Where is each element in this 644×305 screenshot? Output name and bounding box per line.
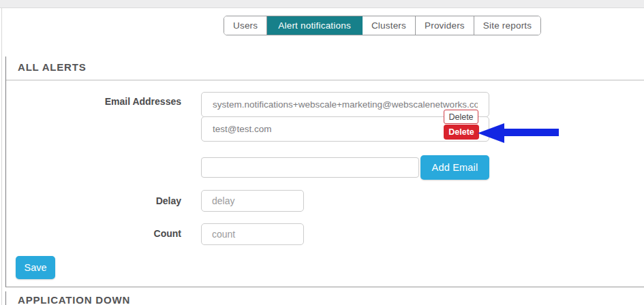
- application-down-panel: APPLICATION DOWN: [5, 291, 644, 305]
- settings-tab-bar: Users Alert notifications Clusters Provi…: [224, 16, 541, 35]
- delete-email-button-row2[interactable]: Delete: [444, 125, 479, 140]
- new-email-input[interactable]: [201, 157, 419, 178]
- tab-clusters[interactable]: Clusters: [363, 16, 416, 35]
- count-label: Count: [0, 228, 181, 239]
- add-email-button[interactable]: Add Email: [420, 155, 489, 180]
- save-button[interactable]: Save: [16, 256, 55, 279]
- delay-input[interactable]: [201, 190, 304, 212]
- delete-email-button-row1[interactable]: Delete: [444, 110, 478, 124]
- panel-title-application-down: APPLICATION DOWN: [18, 294, 130, 305]
- email-addresses-label: Email Addresses: [0, 96, 181, 107]
- tab-users[interactable]: Users: [224, 16, 267, 35]
- count-input[interactable]: [201, 223, 304, 245]
- panel-title-all-alerts: ALL ALERTS: [18, 61, 87, 73]
- alert-notifications-page: { "header_tabs": { "items": [ {"label": …: [0, 0, 644, 305]
- panel-title-divider: [6, 80, 644, 80]
- browser-top-strip: [0, 0, 644, 8]
- tab-providers[interactable]: Providers: [416, 16, 474, 35]
- delay-label: Delay: [0, 195, 181, 206]
- tab-site-reports[interactable]: Site reports: [474, 16, 540, 35]
- annotation-arrow-icon: [476, 122, 560, 144]
- page-left-edge: [1, 8, 2, 305]
- tab-alert-notifications[interactable]: Alert notifications: [267, 16, 363, 35]
